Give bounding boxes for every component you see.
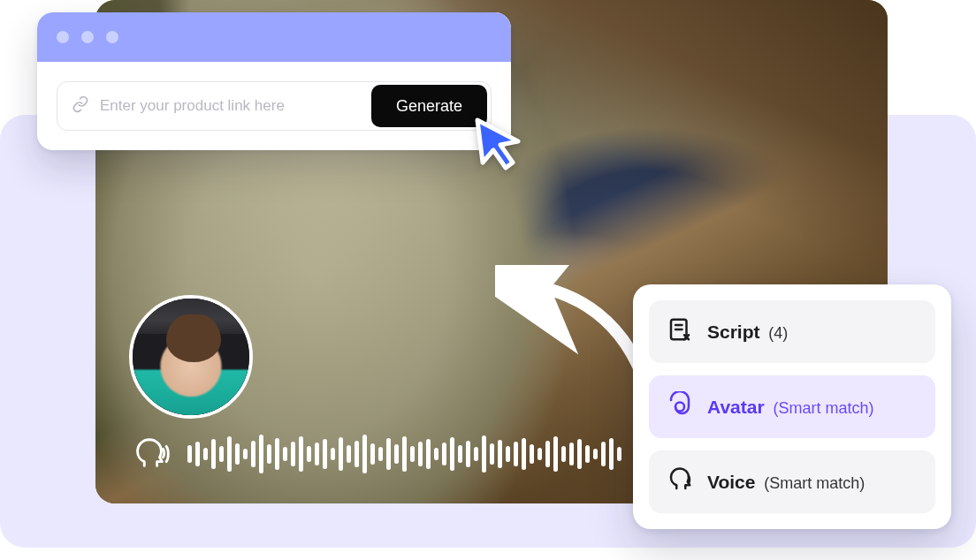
generation-options-panel: Script (4) Avatar (Smart match) Voice (S… [633,284,951,529]
window-dot [57,31,69,43]
window-dot [106,31,118,43]
option-sublabel: (Smart match) [773,399,873,417]
option-voice[interactable]: Voice (Smart match) [649,450,935,513]
cursor-pointer-icon [470,115,527,171]
link-icon [72,95,89,117]
avatar-icon [667,391,693,422]
audio-waveform [187,433,621,475]
option-sublabel: (4) [768,324,788,342]
option-sublabel: (Smart match) [764,474,865,492]
avatar-hair [166,314,221,362]
svg-rect-3 [675,403,684,412]
window-dot [81,31,94,43]
speaking-head-icon [129,434,170,474]
option-label: Avatar [707,397,765,417]
card-body: Generate [37,62,511,150]
link-input-card: Generate [37,12,511,150]
voice-row [129,433,621,475]
presenter-avatar [129,295,253,419]
option-label: Voice [707,472,755,492]
link-input-wrap: Generate [57,81,492,131]
voice-icon [667,466,693,497]
option-avatar[interactable]: Avatar (Smart match) [649,375,935,438]
product-link-input[interactable] [100,97,361,115]
option-label: Script [707,322,760,342]
option-script[interactable]: Script (4) [649,300,935,363]
window-titlebar [37,12,511,62]
script-icon [667,316,693,347]
